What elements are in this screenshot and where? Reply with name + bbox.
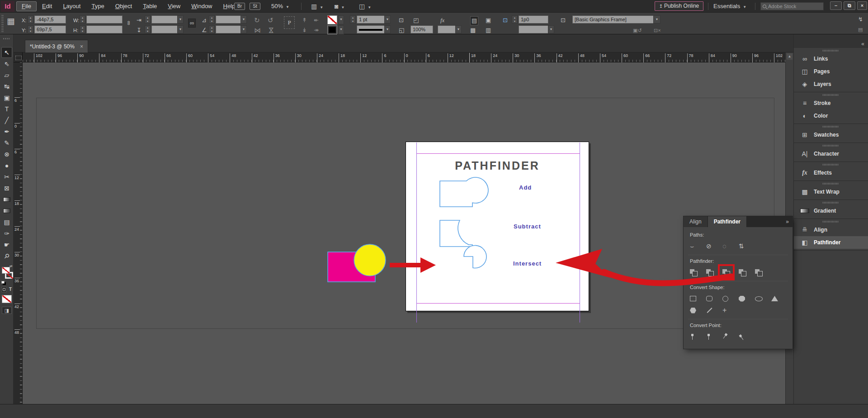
shear-field[interactable] [216,25,241,33]
corner-options-icon[interactable]: ⊡ [399,16,404,24]
w-stepper[interactable] [80,15,85,24]
adobe-stock-search[interactable] [760,2,824,10]
menu-item-edit[interactable]: Edit [37,1,57,11]
stroke-type-dropdown[interactable] [384,25,391,33]
intersect-button[interactable] [722,266,739,278]
scale-y-stepper[interactable] [145,25,151,33]
ruler-origin[interactable] [14,52,23,62]
h-stepper[interactable] [80,25,85,33]
panel-gripper[interactable] [1,15,4,32]
vertical-ruler[interactable]: 60612182430364248 [14,62,23,404]
rotation-dropdown[interactable] [241,15,247,24]
scale-x-dropdown[interactable] [177,15,184,24]
rotation-stepper[interactable] [209,15,215,24]
direct-selection-tool[interactable]: ⇖ [1,58,12,69]
panel-gripper[interactable] [823,126,839,128]
add-button[interactable] [690,266,706,278]
gap-tool[interactable]: ↹ [1,81,12,92]
transparency-icon[interactable]: ◱ [399,26,404,34]
stroke-dropdown[interactable] [338,25,344,34]
dock-item-swatches[interactable]: ⊞Swatches [794,128,868,141]
tab-align[interactable]: Align [684,216,708,227]
scroll-up-icon[interactable]: ▲ [787,53,793,60]
panel-gripper[interactable] [823,183,839,185]
tab-close-icon[interactable]: × [80,44,83,49]
subtract-button[interactable] [706,266,722,278]
stroke-weight-stepper[interactable] [350,15,356,24]
w-field[interactable] [86,15,123,24]
arrange-documents-dropdown[interactable]: ◫▼ [359,2,371,12]
frame-ellipse-tool[interactable]: ⊗ [1,149,12,160]
view-mode-button[interactable]: ◨ [2,307,12,314]
select-previous-object-icon[interactable]: ↟ [302,16,307,24]
effects-preview-dropdown[interactable] [455,25,462,33]
close-path-button[interactable]: ◌ [722,240,739,252]
dock-item-layers[interactable]: ◈Layers [794,78,868,90]
wrap-jump-object-button[interactable]: ▥ [486,26,491,34]
reverse-path-button[interactable]: ⇅ [739,240,755,252]
close-button[interactable]: × [857,1,867,10]
panel-gripper[interactable] [823,94,839,96]
effects-preview-field[interactable] [438,25,456,33]
convert-line-button[interactable] [706,304,722,316]
workspace-switcher[interactable]: Essentials▼ [713,0,746,14]
flip-vertical-icon[interactable]: ⋈ [267,27,275,34]
stroke-swatch[interactable] [327,25,337,34]
horizontal-ruler[interactable]: 1029690847872666054484236302418126061218… [23,52,785,62]
shear-dropdown[interactable] [241,25,247,33]
smooth-point-button[interactable] [722,331,739,342]
convert-inverse-rounded-button[interactable] [739,293,755,304]
menu-item-table[interactable]: Table [137,1,162,11]
dock-item-text-wrap[interactable]: ▩Text Wrap [794,185,868,198]
panel-overflow-icon[interactable]: » [786,216,789,227]
menu-item-type[interactable]: Type [86,1,109,11]
x-stepper[interactable] [28,15,33,24]
default-fill-stroke-icon[interactable] [1,281,5,284]
restore-button[interactable]: ⧉ [844,1,855,10]
panel-gripper[interactable] [823,164,839,166]
dock-item-align[interactable]: ≞Align [794,223,868,236]
menu-item-object[interactable]: Object [110,1,138,11]
formatting-affects-text-button[interactable]: T [8,287,13,292]
select-container-button[interactable]: P [284,16,295,29]
bridge-button[interactable]: Br [234,3,245,10]
dock-item-color[interactable]: ◐Color [794,109,868,122]
dock-item-pages[interactable]: ◫Pages [794,65,868,78]
selection-tool[interactable]: ↖ [1,47,12,58]
swap-fill-stroke-icon[interactable]: ⇄ [9,264,13,268]
scale-y-field[interactable] [151,25,178,33]
object-style-dropdown[interactable] [653,15,660,24]
collapse-panels-icon[interactable]: « [861,41,864,47]
dock-item-pathfinder[interactable]: ◧Pathfinder [794,236,868,249]
quick-apply-icon[interactable]: ↯ [858,15,863,24]
rotate-cw-icon[interactable]: ↻ [254,16,260,24]
fill-swatch[interactable] [327,15,337,24]
search-input[interactable] [768,4,813,9]
panel-gripper[interactable] [823,202,839,204]
y-field[interactable]: 69p7,5 [34,25,66,33]
minimize-button[interactable]: – [830,1,842,10]
menu-item-layout[interactable]: Layout [57,1,86,11]
clear-overrides-icon[interactable]: ▣↺ [633,26,642,34]
panel-gripper[interactable] [3,38,10,39]
wrap-offset-stepper[interactable] [512,15,518,24]
constrain-proportions-icon[interactable]: ∞ [125,21,133,25]
wrap-offset-field[interactable]: 1p0 [519,15,548,24]
publish-online-button[interactable]: ↥ Publish Online [655,1,703,11]
pencil-tool[interactable]: ✎ [1,138,12,148]
content-collector-tool[interactable]: ▣ [1,92,12,103]
wrap-none-button[interactable]: ▤ [470,16,478,25]
hand-tool[interactable]: ☛ [1,239,12,250]
fill-color-swatch[interactable] [2,267,10,274]
effects-dropdown[interactable]: fx [440,16,444,24]
object-styles-icon[interactable]: ⊡ [561,16,566,24]
pen-tool[interactable]: ✒ [1,126,12,137]
dock-item-links[interactable]: ∞Links [794,52,868,65]
convert-orthogonal-line-button[interactable]: + [722,304,739,316]
object-style-field[interactable]: [Basic Graphics Frame] [572,15,654,24]
dock-item-gradient[interactable]: Gradient [794,204,868,217]
wrap-object-shape-button[interactable]: ▩ [470,26,476,34]
type-tool[interactable]: T [1,104,12,114]
y-stepper[interactable] [28,25,33,33]
select-content-icon[interactable]: ↞ [314,16,319,24]
